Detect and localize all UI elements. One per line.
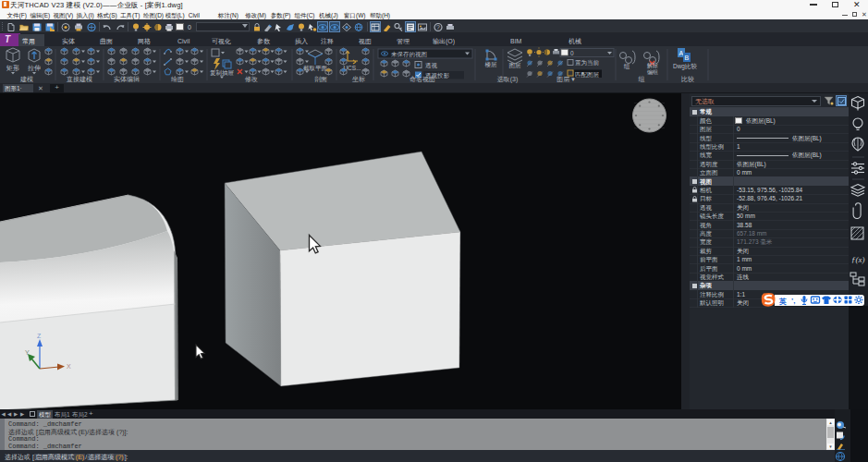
svg-text:英: 英	[778, 298, 787, 306]
svg-text:’,: ’,	[791, 297, 795, 305]
